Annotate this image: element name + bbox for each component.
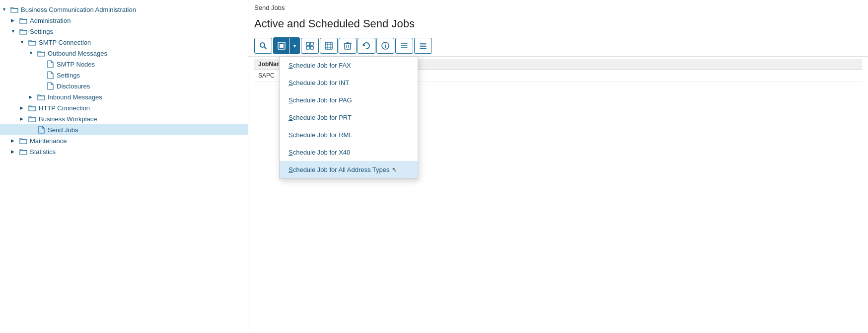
document-icon xyxy=(46,60,55,68)
tree-item-label: Inbound Messages xyxy=(48,93,102,101)
info-button[interactable] xyxy=(376,38,394,54)
schedule-split-button[interactable]: ▾ xyxy=(273,37,300,54)
tree-item-outbound_messages[interactable]: ▼ Outbound Messages xyxy=(0,48,248,59)
schedule-dropdown-menu: Schedule Job for FAXSchedule Job for INT… xyxy=(279,56,418,179)
grid-button[interactable] xyxy=(320,38,338,54)
folder-icon xyxy=(10,5,19,13)
toolbar: ▾ xyxy=(248,35,868,56)
chevron-icon: ▶ xyxy=(11,138,19,143)
chevron-icon: ▼ xyxy=(11,29,19,34)
chevron-icon: ▼ xyxy=(29,51,37,56)
chevron-icon: ▶ xyxy=(20,105,28,110)
tree-item-label: SMTP Connection xyxy=(39,39,91,46)
dropdown-item-prt[interactable]: Schedule Job for PRT xyxy=(280,109,418,126)
chevron-icon: ▶ xyxy=(20,116,28,121)
tree-item-label: Settings xyxy=(30,28,53,35)
tree-item-label: Outbound Messages xyxy=(48,50,107,57)
dropdown-item-pag[interactable]: Schedule Job for PAG xyxy=(280,91,418,109)
list-button-2[interactable] xyxy=(414,38,432,54)
folder-icon xyxy=(19,137,28,145)
svg-rect-7 xyxy=(310,46,313,49)
dropdown-item-rml[interactable]: Schedule Job for RML xyxy=(280,126,418,144)
folder-icon xyxy=(37,93,46,101)
tree-item-settings_leaf[interactable]: Settings xyxy=(0,70,248,81)
tree-item-http_connection[interactable]: ▶ HTTP Connection xyxy=(0,102,248,113)
folder-icon xyxy=(28,104,37,112)
tree-item-bca[interactable]: ▼ Business Communication Administration xyxy=(0,4,248,15)
tree-item-disclosures[interactable]: Disclosures xyxy=(0,81,248,91)
folder-icon xyxy=(19,16,28,24)
document-icon xyxy=(37,126,46,134)
tree-item-label: Maintenance xyxy=(30,137,67,145)
tree-item-smtp_connection[interactable]: ▼ SMTP Connection xyxy=(0,37,248,48)
tree-item-inbound_messages[interactable]: ▶ Inbound Messages xyxy=(0,91,248,102)
document-icon xyxy=(46,71,55,79)
tree-item-label: Administration xyxy=(30,17,71,24)
svg-rect-4 xyxy=(306,42,309,45)
cursor-indicator: ↖ xyxy=(392,166,397,173)
tree-panel: ▼ Business Communication Administration▶… xyxy=(0,0,248,333)
chevron-icon: ▼ xyxy=(2,7,10,12)
list-button-1[interactable] xyxy=(395,38,413,54)
tree-item-label: Statistics xyxy=(30,148,56,156)
svg-line-1 xyxy=(264,47,266,49)
folder-icon xyxy=(19,148,28,156)
svg-rect-3 xyxy=(280,44,284,48)
tree-item-smtp_nodes[interactable]: SMTP Nodes xyxy=(0,59,248,70)
refresh-button[interactable] xyxy=(358,38,375,54)
search-button[interactable] xyxy=(254,38,272,54)
tree-item-administration[interactable]: ▶ Administration xyxy=(0,15,248,26)
folder-icon xyxy=(19,27,28,35)
tree-item-label: Business Communication Administration xyxy=(21,6,136,13)
panel-title: Send Jobs xyxy=(248,0,868,13)
dropdown-item-all[interactable]: Schedule Job for All Address Types ↖ xyxy=(280,161,418,178)
panel-heading: Active and Scheduled Send Jobs xyxy=(248,13,868,35)
tree-item-business_workplace[interactable]: ▶ Business Workplace xyxy=(0,113,248,124)
chevron-icon: ▶ xyxy=(29,94,37,99)
tree-item-label: Disclosures xyxy=(57,83,90,90)
svg-rect-10 xyxy=(325,42,332,49)
svg-point-22 xyxy=(385,44,386,45)
folder-icon xyxy=(37,49,46,57)
document-icon xyxy=(46,82,55,90)
dropdown-item-int[interactable]: Schedule Job for INT xyxy=(280,74,418,91)
chevron-icon: ▶ xyxy=(11,149,19,154)
tree-item-label: Send Jobs xyxy=(48,126,78,134)
dropdown-item-x40[interactable]: Schedule Job for X40 xyxy=(280,144,418,161)
chevron-icon: ▶ xyxy=(11,18,19,23)
schedule-dropdown-button[interactable]: ▾ xyxy=(289,38,299,54)
svg-rect-6 xyxy=(306,46,309,49)
folder-icon xyxy=(28,38,37,46)
dropdown-item-fax[interactable]: Schedule Job for FAX xyxy=(280,57,418,74)
tree-item-settings[interactable]: ▼ Settings xyxy=(0,26,248,37)
svg-rect-5 xyxy=(310,42,313,45)
delete-button[interactable] xyxy=(339,38,357,54)
tree-item-label: Business Workplace xyxy=(39,115,97,123)
svg-rect-15 xyxy=(345,44,351,49)
folder-icon xyxy=(28,115,37,123)
tree-item-label: Settings xyxy=(57,72,80,79)
tree-item-send_jobs[interactable]: Send Jobs xyxy=(0,124,248,135)
schedule-main-button[interactable] xyxy=(274,38,289,54)
tree-item-maintenance[interactable]: ▶ Maintenance xyxy=(0,135,248,146)
tree-item-statistics[interactable]: ▶ Statistics xyxy=(0,146,248,157)
puzzle-button[interactable] xyxy=(301,38,319,54)
chevron-icon: ▼ xyxy=(20,40,28,45)
tree-item-label: HTTP Connection xyxy=(39,104,90,112)
tree-item-label: SMTP Nodes xyxy=(57,61,95,68)
right-panel: Send Jobs Active and Scheduled Send Jobs… xyxy=(248,0,868,333)
